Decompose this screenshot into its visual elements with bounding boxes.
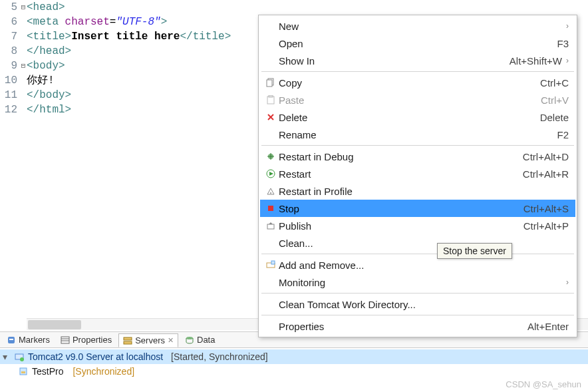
- tab-properties[interactable]: Properties: [57, 333, 116, 346]
- svg-rect-27: [271, 261, 275, 264]
- menu-item-shortcut: Ctrl+Alt+D: [523, 151, 569, 162]
- menu-item-shortcut: Delete: [540, 112, 569, 123]
- svg-rect-11: [21, 371, 25, 373]
- add-remove-icon: [263, 260, 279, 270]
- profile-icon: [263, 186, 279, 196]
- svg-marker-22: [269, 172, 273, 176]
- scrollbar-thumb[interactable]: [28, 320, 81, 329]
- menu-item-stop[interactable]: Stop Ctrl+Alt+S: [260, 200, 575, 217]
- menu-item-restart[interactable]: Restart Ctrl+Alt+R: [260, 165, 575, 182]
- svg-point-23: [270, 192, 271, 194]
- menu-item-monitoring[interactable]: Monitoring ›: [260, 274, 575, 291]
- menu-item-label: Paste: [279, 95, 541, 106]
- menu-item-new[interactable]: New ›: [260, 17, 575, 35]
- menu-item-clean[interactable]: Clean...: [260, 234, 575, 252]
- code-token: </body>: [27, 89, 71, 101]
- menu-item-restart-profile[interactable]: Restart in Profile: [260, 182, 575, 200]
- menu-item-rename[interactable]: Rename F2: [260, 126, 575, 143]
- publish-icon: [263, 221, 279, 230]
- svg-rect-13: [267, 80, 272, 87]
- tab-label: Properties: [73, 335, 112, 345]
- code-token: <meta: [27, 16, 65, 28]
- svg-rect-6: [124, 341, 132, 344]
- copy-icon: [263, 78, 279, 87]
- menu-item-label: Publish: [279, 220, 523, 232]
- menu-item-show-in[interactable]: Show In Alt+Shift+W ›: [260, 52, 575, 69]
- menu-separator: [261, 71, 574, 72]
- svg-rect-14: [267, 97, 274, 104]
- menu-item-shortcut: Alt+Shift+W: [510, 55, 562, 67]
- delete-icon: [263, 112, 279, 122]
- menu-item-label: Restart in Debug: [279, 151, 523, 162]
- menu-item-label: Clean Tomcat Work Directory...: [279, 299, 569, 310]
- tree-expand-icon[interactable]: ▾: [3, 351, 11, 362]
- menu-item-shortcut: Ctrl+V: [541, 95, 569, 106]
- code-token: Insert title here: [71, 31, 180, 43]
- menu-item-label: Restart: [279, 168, 523, 180]
- fold-toggle-icon[interactable]: ⊟: [20, 4, 27, 11]
- code-token: 你好!: [27, 75, 55, 87]
- menu-item-label: Properties: [279, 321, 527, 332]
- paste-icon: [263, 95, 279, 104]
- menu-item-delete[interactable]: Delete Delete: [260, 108, 575, 126]
- menu-item-open[interactable]: Open F3: [260, 35, 575, 52]
- tab-close-icon[interactable]: ✕: [168, 336, 174, 345]
- menu-item-publish[interactable]: Publish Ctrl+Alt+P: [260, 217, 575, 234]
- tab-servers[interactable]: Servers ✕: [118, 333, 178, 347]
- menu-item-label: New: [279, 21, 566, 32]
- data-icon: [185, 335, 194, 345]
- stop-icon: [263, 204, 279, 213]
- line-number: 10: [0, 73, 17, 88]
- properties-icon: [61, 335, 70, 345]
- menu-item-label: Delete: [279, 112, 540, 123]
- submenu-arrow-icon: ›: [566, 56, 569, 65]
- menu-item-copy[interactable]: Copy Ctrl+C: [260, 74, 575, 91]
- servers-view[interactable]: ▾ Tomcat2 v9.0 Server at localhost [Star…: [0, 349, 588, 392]
- line-number: 5: [0, 0, 17, 15]
- menu-item-label: Rename: [279, 129, 557, 140]
- menu-item-shortcut: Ctrl+Alt+P: [523, 220, 569, 232]
- menu-item-label: Copy: [279, 77, 540, 89]
- menu-separator: [261, 145, 574, 146]
- markers-icon: [7, 335, 16, 345]
- menu-item-label: Show In: [279, 55, 510, 67]
- menu-item-clean-tomcat[interactable]: Clean Tomcat Work Directory...: [260, 295, 575, 313]
- code-token: =: [110, 16, 116, 28]
- menu-item-shortcut: Alt+Enter: [527, 321, 569, 332]
- line-number: 12: [0, 102, 17, 117]
- svg-rect-25: [267, 224, 274, 229]
- submenu-arrow-icon: ›: [566, 278, 569, 287]
- menu-item-shortcut: F2: [557, 129, 569, 140]
- svg-point-9: [20, 357, 24, 361]
- server-node[interactable]: ▾ Tomcat2 v9.0 Server at localhost [Star…: [0, 349, 588, 364]
- tab-label: Servers: [135, 335, 165, 345]
- watermark: CSDN @SA_sehun: [506, 379, 581, 389]
- menu-item-restart-debug[interactable]: Restart in Debug Ctrl+Alt+D: [260, 148, 575, 165]
- svg-rect-2: [61, 337, 69, 343]
- tab-data[interactable]: Data: [181, 333, 219, 346]
- svg-rect-24: [268, 206, 273, 211]
- server-icon: [15, 352, 24, 361]
- tab-markers[interactable]: Markers: [3, 333, 54, 346]
- menu-item-label: Open: [279, 38, 557, 49]
- code-token: charset: [65, 16, 110, 28]
- menu-item-properties[interactable]: Properties Alt+Enter: [260, 317, 575, 335]
- code-token: >: [161, 16, 168, 28]
- menu-item-add-remove[interactable]: Add and Remove...: [260, 256, 575, 274]
- fold-toggle-icon[interactable]: ⊟: [20, 63, 27, 69]
- svg-rect-15: [269, 95, 273, 97]
- menu-separator: [261, 293, 574, 294]
- module-status: [Synchronized]: [73, 366, 134, 377]
- code-token: </head>: [27, 45, 71, 57]
- menu-item-shortcut: Ctrl+C: [540, 77, 569, 89]
- tab-label: Data: [197, 335, 215, 345]
- tooltip: Stop the server: [437, 243, 512, 259]
- server-module-node[interactable]: TestPro [Synchronized]: [0, 364, 588, 379]
- line-number: 11: [0, 88, 17, 102]
- svg-rect-1: [9, 339, 13, 340]
- svg-rect-5: [124, 337, 132, 340]
- menu-item-label: Add and Remove...: [279, 260, 569, 271]
- module-icon: [19, 367, 28, 376]
- menu-item-shortcut: Ctrl+Alt+R: [523, 168, 569, 180]
- code-token: </title>: [180, 31, 231, 43]
